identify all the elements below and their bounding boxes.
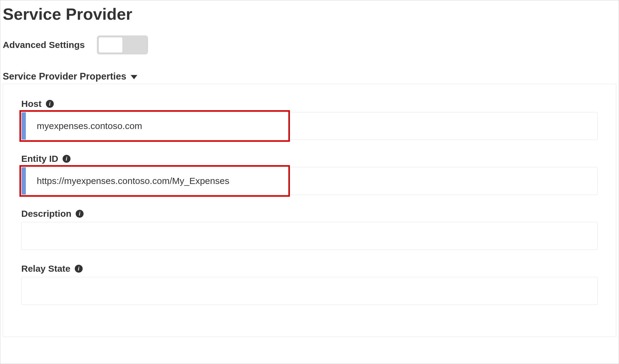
section-title: Service Provider Properties: [3, 71, 126, 82]
description-label-row: Description i: [21, 209, 598, 219]
description-label: Description: [21, 209, 71, 219]
description-field: Description i: [21, 209, 598, 250]
host-label: Host: [21, 99, 42, 109]
host-input-wrap: [21, 112, 598, 140]
entity-id-label-row: Entity ID i: [21, 154, 598, 164]
page-container: Service Provider Advanced Settings Servi…: [0, 0, 619, 364]
caret-down-icon: [131, 75, 137, 79]
entity-id-label: Entity ID: [21, 154, 58, 164]
relay-state-field: Relay State i: [21, 264, 598, 305]
entity-id-input[interactable]: [21, 167, 598, 195]
host-label-row: Host i: [21, 99, 598, 109]
info-icon[interactable]: i: [75, 265, 83, 273]
host-field: Host i: [21, 99, 598, 140]
entity-id-field: Entity ID i: [21, 154, 598, 195]
page-title: Service Provider: [3, 5, 616, 23]
advanced-settings-row: Advanced Settings: [3, 36, 616, 54]
description-input-wrap: [21, 222, 598, 250]
info-icon[interactable]: i: [76, 210, 84, 218]
relay-state-input[interactable]: [21, 277, 598, 305]
entity-id-input-wrap: [21, 167, 598, 195]
description-input[interactable]: [21, 222, 598, 250]
advanced-settings-label: Advanced Settings: [3, 40, 85, 50]
service-provider-properties-header[interactable]: Service Provider Properties: [3, 71, 616, 82]
info-icon[interactable]: i: [63, 155, 70, 163]
info-icon[interactable]: i: [46, 100, 54, 108]
toggle-knob: [98, 37, 123, 53]
advanced-settings-toggle[interactable]: [97, 36, 148, 54]
relay-state-label: Relay State: [21, 264, 70, 274]
host-input[interactable]: [21, 112, 598, 140]
properties-panel: Host i Entity ID i Descrip: [3, 84, 616, 337]
relay-state-input-wrap: [21, 277, 598, 305]
relay-state-label-row: Relay State i: [21, 264, 598, 274]
